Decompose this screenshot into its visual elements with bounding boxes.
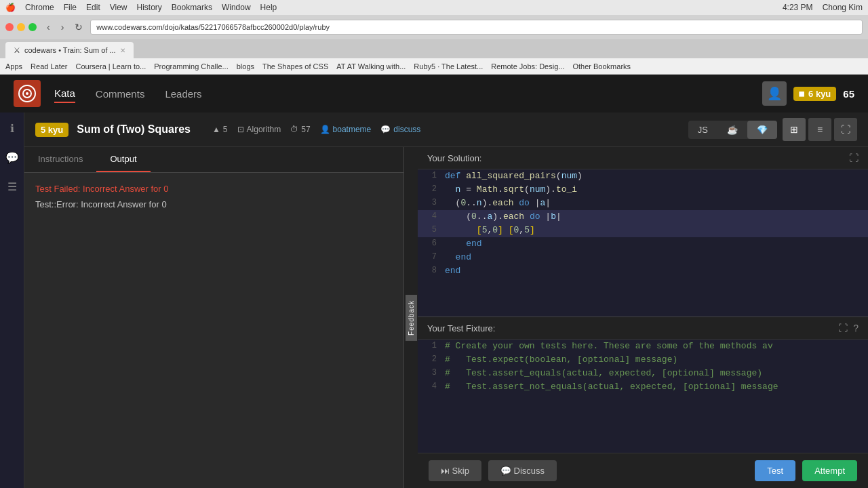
chrome-menu[interactable]: Chrome: [25, 3, 54, 12]
view-menu[interactable]: View: [110, 3, 127, 12]
test-line-number: 4: [418, 380, 442, 392]
bookmark-shapes[interactable]: The Shapes of CSS: [262, 62, 328, 70]
solution-expand-button[interactable]: ⛶: [849, 152, 859, 163]
bookmark-coursera[interactable]: Coursera | Learn to...: [76, 62, 146, 70]
avatar[interactable]: 👤: [762, 81, 787, 106]
kata-meta: ▲ 5 ⊡ Algorithm ⏱ 57 👤 boatmeme 💬 discus…: [212, 125, 420, 134]
code-line-2: 2 n = Math.sqrt(num).to_i: [418, 183, 868, 197]
action-bar: ⏭ Skip 💬 Discuss Test Attempt: [418, 453, 868, 488]
test-line-code: # Test.expect(boolean, [optional] messag…: [442, 353, 680, 366]
cw-header: Kata Comments Leaders 👤 ◆ 6 kyu 65: [0, 75, 868, 113]
bookmark-blogs[interactable]: blogs: [237, 62, 254, 70]
code-line-6: 6 end: [418, 237, 868, 251]
test-fixture-help-button[interactable]: ?: [853, 323, 859, 333]
nav-comments[interactable]: Comments: [96, 85, 145, 102]
sidebar-icons: ℹ 💬 ☰: [0, 113, 24, 488]
code-line-3: 3 (0..n).each do |a|: [418, 197, 868, 210]
chrome-tab-bar: ⚔ codewars • Train: Sum of ... ✕: [0, 39, 868, 58]
test-fixture-section: Your Test Fixture: ⛶ ? 1# Create your ow…: [418, 317, 868, 453]
bookmarks-menu[interactable]: Bookmarks: [172, 3, 212, 12]
file-menu[interactable]: File: [64, 3, 77, 12]
test-fixture-title: Your Test Fixture:: [427, 323, 495, 333]
user-name: Chong Kim: [823, 3, 863, 12]
kata-author[interactable]: 👤 boatmeme: [320, 125, 372, 134]
test-fixture-expand-button[interactable]: ⛶: [838, 323, 848, 333]
bookmark-other[interactable]: Other Bookmarks: [572, 62, 631, 70]
list-view-button[interactable]: ≡: [808, 118, 831, 141]
tab-title: codewars • Train: Sum of ...: [24, 46, 116, 54]
line-code: (0..n).each do |a|: [442, 197, 553, 209]
solution-editor[interactable]: 1def all_squared_pairs(num)2 n = Math.sq…: [418, 169, 868, 317]
apple-menu[interactable]: 🍎: [5, 3, 16, 12]
solution-section: Your Solution: ⛶ 1def all_squared_pairs(…: [418, 147, 868, 317]
url-bar[interactable]: www.codewars.com/dojo/katas/52217066578a…: [90, 20, 863, 35]
test-line-2: 2# Test.expect(boolean, [optional] messa…: [418, 353, 868, 367]
edit-menu[interactable]: Edit: [86, 3, 100, 12]
discuss-button[interactable]: 💬 Discuss: [488, 460, 557, 481]
cw-logo[interactable]: [14, 80, 41, 107]
line-number: 8: [418, 264, 442, 277]
bookmark-remotejobs[interactable]: Remote Jobs: Desig...: [491, 62, 564, 70]
lang-tab-js[interactable]: JS: [688, 121, 717, 139]
refresh-button[interactable]: ↻: [71, 20, 86, 34]
lang-tab-ruby[interactable]: 💎: [747, 121, 777, 139]
maximize-button[interactable]: [28, 23, 37, 31]
tab-close-button[interactable]: ✕: [120, 47, 125, 54]
window-menu[interactable]: Window: [222, 3, 251, 12]
cw-header-right: 👤 ◆ 6 kyu 65: [762, 81, 854, 106]
tab-output[interactable]: Output: [96, 147, 150, 172]
bookmark-atat[interactable]: AT AT Walking with...: [336, 62, 406, 70]
line-code: (0..a).each do |b|: [442, 210, 564, 223]
nav-kata[interactable]: Kata: [54, 85, 75, 103]
line-number: 2: [418, 183, 442, 195]
chat-icon[interactable]: 💬: [3, 148, 22, 167]
kata-discuss-link[interactable]: 💬 discuss: [380, 125, 420, 134]
help-menu[interactable]: Help: [260, 3, 277, 12]
forward-button[interactable]: ›: [58, 20, 68, 34]
test-line-3: 3# Test.assert_equals(actual, expected, …: [418, 367, 868, 380]
line-number: 4: [418, 210, 442, 222]
test-fixture-header: Your Test Fixture: ⛶ ?: [418, 317, 868, 340]
feedback-tab[interactable]: Feedback: [406, 295, 417, 341]
code-line-4: 4 (0..a).each do |b|: [418, 210, 868, 224]
bookmark-ruby5[interactable]: Ruby5 · The Latest...: [414, 62, 483, 70]
test-line-number: 1: [418, 340, 442, 352]
tab-instructions[interactable]: Instructions: [24, 147, 96, 172]
split-view-button[interactable]: ⊞: [783, 118, 806, 141]
kata-header-right: JS ☕ 💎 ⊞ ≡ ⛶: [688, 118, 857, 141]
kata-category: ⊡ Algorithm: [237, 125, 281, 134]
fullscreen-button[interactable]: ⛶: [834, 118, 857, 141]
test-button[interactable]: Test: [755, 460, 795, 481]
line-code: def all_squared_pairs(num): [442, 169, 585, 182]
history-menu[interactable]: History: [137, 3, 162, 12]
kyu-level: 6 kyu: [808, 89, 831, 99]
nav-leaders[interactable]: Leaders: [165, 85, 201, 102]
feedback-side: Feedback: [404, 147, 418, 488]
bookmark-readlater[interactable]: Read Later: [31, 62, 67, 70]
lang-tabs: JS ☕ 💎: [688, 121, 777, 139]
lang-tab-coffee[interactable]: ☕: [717, 121, 747, 139]
test-fixture-editor[interactable]: 1# Create your own tests here. These are…: [418, 340, 868, 453]
back-button[interactable]: ‹: [43, 20, 54, 34]
test-line-number: 2: [418, 353, 442, 365]
info-icon[interactable]: ℹ: [7, 119, 17, 138]
clock: 4:23 PM: [783, 3, 813, 12]
minimize-button[interactable]: [17, 23, 25, 31]
skip-button[interactable]: ⏭ Skip: [429, 460, 481, 481]
bookmark-apps[interactable]: Apps: [5, 62, 22, 70]
line-number: 5: [418, 224, 442, 236]
two-panel: Instructions Output Test Failed: Incorre…: [24, 147, 868, 488]
code-line-1: 1def all_squared_pairs(num): [418, 169, 868, 183]
kyu-badge: ◆ 6 kyu: [793, 87, 836, 101]
menu-icon[interactable]: ☰: [5, 178, 20, 196]
active-tab[interactable]: ⚔ codewars • Train: Sum of ... ✕: [5, 42, 134, 58]
traffic-lights[interactable]: [5, 23, 37, 31]
code-line-5: 5 [5,0] [0,5]: [418, 224, 868, 237]
attempt-button[interactable]: Attempt: [802, 460, 857, 481]
bookmark-programming[interactable]: Programming Challe...: [154, 62, 228, 70]
line-number: 7: [418, 251, 442, 263]
test-line-code: # Create your own tests here. These are …: [442, 340, 776, 352]
view-controls: ⊞ ≡ ⛶: [783, 118, 857, 141]
close-button[interactable]: [5, 23, 14, 31]
line-code: end: [442, 251, 474, 264]
